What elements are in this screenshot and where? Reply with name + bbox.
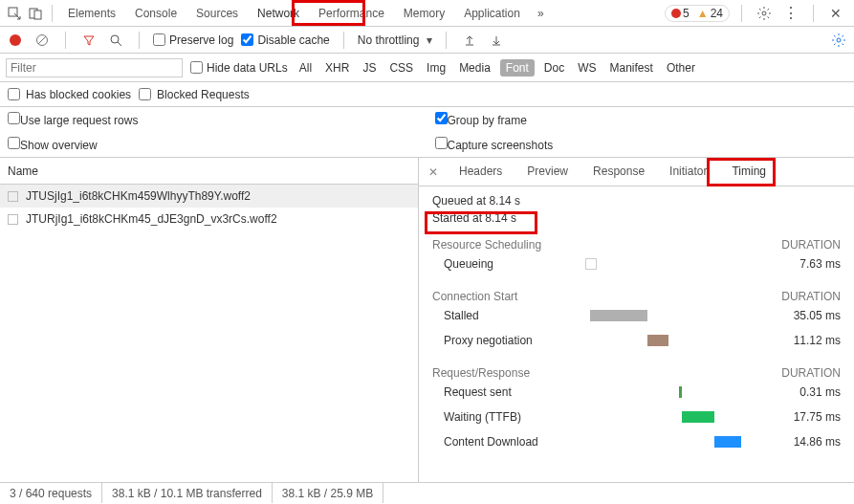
network-toolbar: Preserve log Disable cache No throttling…	[0, 27, 854, 54]
detail-tab-headers[interactable]: Headers	[455, 159, 506, 186]
svg-line-7	[118, 42, 121, 46]
separator	[52, 5, 53, 22]
detail-tab-preview[interactable]: Preview	[523, 159, 572, 186]
separator	[343, 32, 344, 49]
large-request-rows-checkbox[interactable]: Use large request rows	[8, 112, 138, 127]
download-har-icon[interactable]	[487, 31, 506, 50]
blocked-options-row: Has blocked cookies Blocked Requests	[0, 82, 854, 107]
filter-type-img[interactable]: Img	[423, 59, 449, 77]
error-count: 5	[683, 7, 690, 20]
duration-header: DURATION	[781, 238, 841, 252]
filter-type-css[interactable]: CSS	[385, 59, 417, 77]
filter-type-media[interactable]: Media	[455, 59, 494, 77]
tab-sources[interactable]: Sources	[186, 1, 248, 26]
warning-icon: ▲	[697, 7, 709, 20]
filter-type-xhr[interactable]: XHR	[321, 59, 353, 77]
request-row[interactable]: JTUSjIg1_i6t8kCHKm459WlhyyTh89Y.woff2	[0, 185, 418, 208]
request-row[interactable]: JTURjIg1_i6t8kCHKm45_dJE3gnD_vx3rCs.woff…	[0, 208, 418, 230]
kebab-menu-icon[interactable]: ⋮	[780, 3, 801, 24]
detail-tab-timing[interactable]: Timing	[728, 159, 770, 186]
preserve-log-checkbox[interactable]: Preserve log	[153, 33, 233, 47]
svg-point-8	[837, 38, 841, 42]
detail-tab-response[interactable]: Response	[589, 159, 648, 186]
devtools-tab-strip: ElementsConsoleSourcesNetworkPerformance…	[0, 0, 854, 27]
has-blocked-cookies-checkbox[interactable]: Has blocked cookies	[8, 88, 131, 101]
status-bar: 3 / 640 requests 38.1 kB / 10.1 MB trans…	[0, 482, 854, 503]
request-detail-panel: ✕ HeadersPreviewResponseInitiatorTiming …	[419, 158, 854, 482]
disable-cache-checkbox[interactable]: Disable cache	[241, 33, 329, 47]
filter-type-manifest[interactable]: Manifest	[606, 59, 657, 77]
network-settings-panel: Use large request rows Show overview Gro…	[0, 107, 854, 158]
tab-console[interactable]: Console	[125, 1, 186, 26]
separator	[741, 5, 742, 22]
queueing-box-icon	[585, 258, 597, 270]
stalled-bar	[590, 310, 647, 321]
more-tabs-icon[interactable]: »	[530, 7, 552, 20]
clear-icon[interactable]	[33, 31, 52, 50]
error-icon	[671, 9, 681, 18]
error-warning-badge[interactable]: 5 ▲ 24	[665, 5, 730, 22]
upload-har-icon[interactable]	[460, 31, 479, 50]
status-requests: 3 / 640 requests	[0, 483, 102, 503]
close-detail-icon[interactable]: ✕	[425, 165, 442, 179]
connection-start-header: Connection Start	[432, 290, 517, 303]
filter-type-other[interactable]: Other	[663, 59, 699, 77]
separator	[813, 5, 814, 22]
timing-row-stalled: Stalled 35.05 ms	[432, 303, 841, 328]
gear-icon[interactable]	[754, 3, 775, 24]
filter-icon[interactable]	[79, 31, 99, 50]
timing-row-sent: Request sent 0.31 ms	[432, 380, 841, 405]
warning-count: 24	[711, 7, 723, 20]
device-toggle-icon[interactable]	[25, 3, 46, 24]
inspect-icon[interactable]	[4, 3, 25, 24]
name-column-header[interactable]: Name	[0, 158, 418, 185]
filter-input[interactable]	[6, 58, 183, 77]
download-bar	[714, 436, 741, 448]
request-name: JTUSjIg1_i6t8kCHKm459WlhyyTh89Y.woff2	[26, 189, 251, 203]
queued-at-text: Queued at 8.14 s	[432, 194, 841, 208]
filter-type-doc[interactable]: Doc	[540, 59, 568, 77]
duration-header: DURATION	[781, 366, 841, 380]
close-icon[interactable]: ✕	[825, 3, 846, 24]
filter-type-ws[interactable]: WS	[574, 59, 600, 77]
status-resources: 38.1 kB / 25.9 MB	[273, 483, 383, 503]
hide-data-urls-checkbox[interactable]: Hide data URLs	[190, 61, 288, 75]
filter-bar: Hide data URLs AllXHRJSCSSImgMediaFontDo…	[0, 54, 854, 82]
started-at-text: Started at 8.14 s	[432, 211, 841, 225]
filter-type-js[interactable]: JS	[359, 59, 380, 77]
tab-performance[interactable]: Performance	[309, 1, 394, 26]
separator	[139, 32, 140, 49]
group-by-frame-checkbox[interactable]: Group by frame	[435, 112, 527, 127]
network-settings-icon[interactable]	[829, 31, 848, 50]
separator	[446, 32, 447, 49]
search-icon[interactable]	[106, 31, 125, 50]
filter-type-all[interactable]: All	[296, 59, 316, 77]
tab-application[interactable]: Application	[454, 1, 530, 26]
svg-point-6	[111, 35, 119, 43]
priority-box-icon	[8, 214, 18, 225]
record-icon[interactable]	[6, 31, 25, 50]
timing-row-proxy: Proxy negotiation 11.12 ms	[432, 328, 841, 353]
sent-bar	[679, 386, 682, 398]
svg-line-5	[38, 36, 46, 44]
tab-memory[interactable]: Memory	[394, 1, 454, 26]
filter-type-font[interactable]: Font	[500, 59, 535, 77]
blocked-requests-checkbox[interactable]: Blocked Requests	[139, 88, 250, 101]
proxy-bar	[647, 335, 668, 346]
detail-tab-initiator[interactable]: Initiator	[666, 159, 711, 186]
request-list-panel: Name JTUSjIg1_i6t8kCHKm459WlhyyTh89Y.wof…	[0, 158, 419, 482]
tab-elements[interactable]: Elements	[58, 1, 125, 26]
show-overview-checkbox[interactable]: Show overview	[8, 137, 98, 152]
duration-header: DURATION	[781, 290, 841, 303]
separator	[65, 32, 66, 49]
timing-row-ttfb: Waiting (TTFB) 17.75 ms	[432, 405, 841, 429]
request-name: JTURjIg1_i6t8kCHKm45_dJE3gnD_vx3rCs.woff…	[26, 212, 277, 226]
request-response-header: Request/Response	[432, 366, 530, 380]
timing-row-queueing: Queueing 7.63 ms	[432, 252, 841, 276]
tab-network[interactable]: Network	[248, 1, 309, 26]
priority-box-icon	[8, 191, 18, 202]
ttfb-bar	[682, 411, 714, 423]
capture-screenshots-checkbox[interactable]: Capture screenshots	[435, 137, 554, 152]
throttling-select[interactable]: No throttling▾	[358, 33, 433, 47]
detail-tab-strip: ✕ HeadersPreviewResponseInitiatorTiming	[419, 158, 854, 186]
